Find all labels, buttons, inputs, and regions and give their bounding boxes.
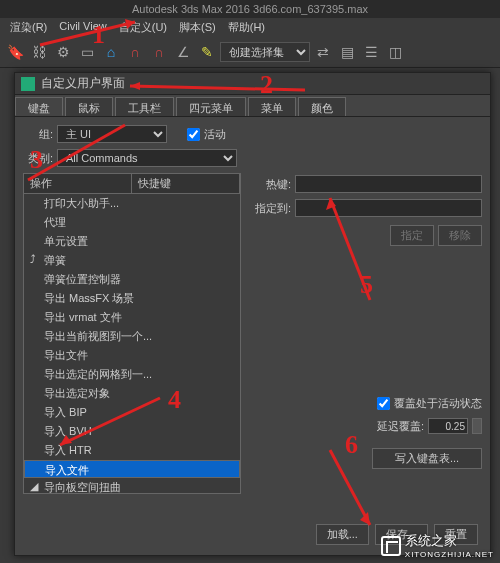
menu-help[interactable]: 帮助(H) (222, 18, 271, 36)
assignto-input[interactable] (295, 199, 482, 217)
gear-icon[interactable]: ⚙ (52, 41, 74, 63)
link-icon[interactable]: ⛓ (28, 41, 50, 63)
assignto-label: 指定到: (251, 201, 291, 216)
list-item[interactable]: 导出 MassFX 场景 (24, 289, 240, 308)
list-item[interactable]: 导出选定的网格到一... (24, 365, 240, 384)
col-shortcut[interactable]: 快捷键 (132, 174, 240, 193)
bookmark-icon[interactable]: 🔖 (4, 41, 26, 63)
list-item[interactable]: 导出 vrmat 文件 (24, 308, 240, 327)
menu-script[interactable]: 脚本(S) (173, 18, 222, 36)
customize-ui-dialog: 自定义用户界面 键盘 鼠标 工具栏 四元菜单 菜单 颜色 组: 主 UI 活动 … (14, 72, 491, 556)
menu-customize[interactable]: 自定义(U) (113, 18, 173, 36)
category-label: 类别: (23, 151, 53, 166)
app-title: Autodesk 3ds Max 2016 3d66.com_637395.ma… (132, 3, 368, 15)
list-header: 操作 快捷键 (23, 173, 241, 194)
tab-menu[interactable]: 菜单 (248, 97, 296, 116)
dialog-title-bar[interactable]: 自定义用户界面 (15, 73, 490, 95)
active-checkbox[interactable]: 活动 (187, 127, 226, 142)
group-label: 组: (23, 127, 53, 142)
dialog-title: 自定义用户界面 (41, 75, 125, 92)
delay-spinner[interactable] (472, 418, 482, 434)
load-button[interactable]: 加载... (316, 524, 369, 545)
schematic-icon[interactable]: ◫ (384, 41, 406, 63)
menu-civilview[interactable]: Civil View (53, 18, 112, 36)
selection-set-dropdown[interactable]: 创建选择集 (220, 42, 310, 62)
list-item[interactable]: 打印大小助手... (24, 194, 240, 213)
magnet2-icon[interactable]: ∩ (148, 41, 170, 63)
angle-icon[interactable]: ∠ (172, 41, 194, 63)
list-item[interactable]: 导出当前视图到一个... (24, 327, 240, 346)
tab-quadmenu[interactable]: 四元菜单 (176, 97, 246, 116)
tab-color[interactable]: 颜色 (298, 97, 346, 116)
list-item[interactable]: 导出文件 (24, 346, 240, 365)
watermark: 系统之家 XITONGZHIJIA.NET (381, 532, 494, 559)
dialog-tabs: 键盘 鼠标 工具栏 四元菜单 菜单 颜色 (15, 95, 490, 117)
layers-icon[interactable]: ☰ (360, 41, 382, 63)
list-item[interactable]: 导入 HTR (24, 441, 240, 460)
assign-button[interactable]: 指定 (390, 225, 434, 246)
delay-label: 延迟覆盖: (377, 419, 424, 434)
list-item[interactable]: 导入 BIP (24, 403, 240, 422)
list-item[interactable]: 导出选定对象 (24, 384, 240, 403)
active-checkbox-input[interactable] (187, 128, 200, 141)
magnet-icon[interactable]: ∩ (124, 41, 146, 63)
list-item[interactable]: ⤴弹簧 (24, 251, 240, 270)
list-item[interactable]: 单元设置 (24, 232, 240, 251)
override-checkbox[interactable]: 覆盖处于活动状态 (251, 396, 482, 411)
brush-icon[interactable]: ✎ (196, 41, 218, 63)
tab-toolbar[interactable]: 工具栏 (115, 97, 174, 116)
group-dropdown[interactable]: 主 UI (57, 125, 167, 143)
tab-keyboard[interactable]: 键盘 (15, 97, 63, 116)
app-title-bar: Autodesk 3ds Max 2016 3d66.com_637395.ma… (0, 0, 500, 18)
remove-button[interactable]: 移除 (438, 225, 482, 246)
category-dropdown[interactable]: All Commands (57, 149, 237, 167)
select-icon[interactable]: ▭ (76, 41, 98, 63)
watermark-icon (381, 536, 401, 556)
list-item[interactable]: 代理 (24, 213, 240, 232)
snap-icon[interactable]: ⌂ (100, 41, 122, 63)
write-keyboard-button[interactable]: 写入键盘表... (372, 448, 482, 469)
list-item[interactable]: ◢导向板空间扭曲 (24, 478, 240, 494)
menu-render[interactable]: 渲染(R) (4, 18, 53, 36)
list-item[interactable]: 导入 BVH (24, 422, 240, 441)
main-toolbar: 🔖 ⛓ ⚙ ▭ ⌂ ∩ ∩ ∠ ✎ 创建选择集 ⇄ ▤ ☰ ◫ (0, 36, 500, 68)
delay-input[interactable] (428, 418, 468, 434)
app-icon (21, 77, 35, 91)
list-item[interactable]: 弹簧位置控制器 (24, 270, 240, 289)
override-checkbox-input[interactable] (377, 397, 390, 410)
tab-mouse[interactable]: 鼠标 (65, 97, 113, 116)
action-list[interactable]: 打印大小助手...代理单元设置⤴弹簧弹簧位置控制器导出 MassFX 场景导出 … (23, 194, 241, 494)
mirror-icon[interactable]: ⇄ (312, 41, 334, 63)
col-action[interactable]: 操作 (24, 174, 132, 193)
list-item[interactable]: 导入文件 (24, 460, 240, 478)
hotkey-input[interactable] (295, 175, 482, 193)
main-menu-bar: 渲染(R) Civil View 自定义(U) 脚本(S) 帮助(H) (0, 18, 500, 36)
hotkey-label: 热键: (251, 177, 291, 192)
align-icon[interactable]: ▤ (336, 41, 358, 63)
